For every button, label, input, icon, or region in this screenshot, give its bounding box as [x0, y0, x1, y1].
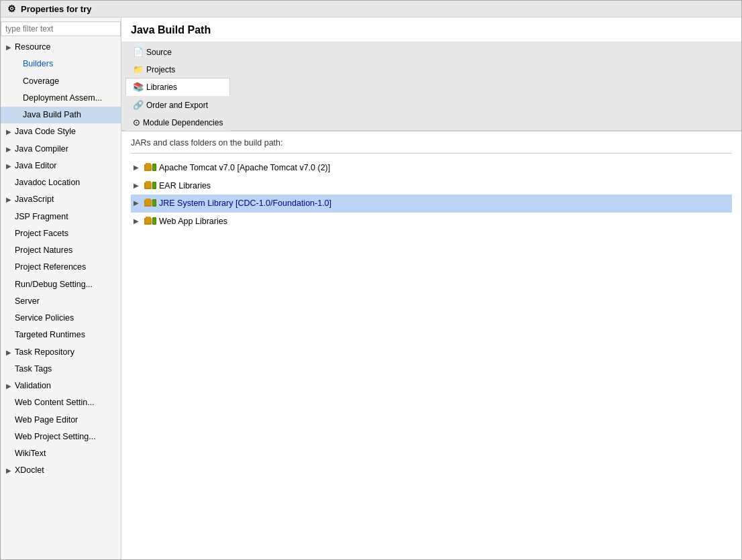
- sidebar-item-label: Java Editor: [15, 159, 57, 173]
- tabs-container: 📄Source📁Projects📚Libraries🔗Order and Exp…: [125, 42, 231, 130]
- tree-item-label: JRE System Library [CDC-1.0/Foundation-1…: [159, 196, 331, 211]
- sidebar-item-label: Task Repository: [15, 345, 74, 359]
- tree-arrow-icon: ▶: [134, 180, 142, 192]
- tree-item-apache-tomcat[interactable]: ▶ Apache Tomcat v7.0 [Apache Tomcat v7.0…: [131, 159, 732, 177]
- gear-icon: ⚙: [6, 3, 17, 14]
- title-bar: ⚙ Properties for try: [1, 1, 741, 17]
- sidebar-item-javadoc-location[interactable]: Javadoc Location: [1, 174, 121, 191]
- jars-label: JARs and class folders on the build path…: [131, 138, 732, 148]
- sidebar-item-java-build-path[interactable]: Java Build Path: [1, 107, 121, 123]
- sidebar-item-builders[interactable]: Builders: [1, 56, 121, 72]
- sidebar-item-project-facets[interactable]: Project Facets: [1, 225, 121, 242]
- svg-rect-5: [146, 181, 151, 188]
- sidebar-item-web-content-settings[interactable]: Web Content Settin...: [1, 394, 121, 411]
- tab-source[interactable]: 📄Source: [125, 43, 230, 60]
- sidebar-item-label: Web Page Editor: [15, 413, 78, 427]
- arrow-icon: ▶: [6, 126, 13, 137]
- sidebar-item-task-repository[interactable]: ▶Task Repository: [1, 344, 121, 361]
- arrow-icon: ▶: [6, 347, 13, 358]
- sidebar-item-label: Deployment Assem...: [23, 91, 102, 105]
- tab-label-module-dependencies: Module Dependencies: [143, 118, 223, 127]
- tree-arrow-icon: ▶: [134, 215, 142, 227]
- tab-icon-source: 📄: [133, 47, 144, 57]
- sidebar-item-label: Project Natures: [15, 243, 72, 258]
- sidebar-item-label: Builders: [23, 57, 53, 71]
- tab-icon-module-dependencies: ⊙: [133, 117, 140, 127]
- tab-label-source: Source: [146, 48, 172, 57]
- svg-rect-9: [146, 199, 151, 205]
- svg-rect-3: [153, 164, 156, 170]
- main-heading: Java Build Path: [121, 17, 741, 42]
- sidebar-item-java-code-style[interactable]: ▶Java Code Style: [1, 123, 121, 140]
- sidebar-item-label: Service Policies: [15, 311, 74, 325]
- sidebar-item-label: XDoclet: [15, 463, 44, 478]
- svg-rect-11: [153, 200, 156, 206]
- tree-item-ear-libraries[interactable]: ▶ EAR Libraries: [131, 177, 732, 195]
- sidebar-item-validation[interactable]: ▶Validation: [1, 378, 121, 394]
- sidebar-item-web-project-settings[interactable]: Web Project Setting...: [1, 429, 121, 445]
- sidebar-item-service-policies[interactable]: Service Policies: [1, 310, 121, 327]
- sidebar-item-java-compiler[interactable]: ▶Java Compiler: [1, 141, 121, 158]
- sidebar-item-project-natures[interactable]: Project Natures: [1, 242, 121, 259]
- library-icon: [144, 180, 156, 191]
- main-panel: Java Build Path 📄Source📁Projects📚Librari…: [121, 17, 741, 559]
- sidebar-item-deployment-assem[interactable]: Deployment Assem...: [1, 90, 121, 107]
- content-area: ▶ResourceBuildersCoverageDeployment Asse…: [1, 17, 741, 559]
- tab-order-export[interactable]: 🔗Order and Export: [125, 96, 230, 113]
- tab-label-libraries: Libraries: [146, 82, 177, 92]
- sidebar-item-label: Resource: [15, 40, 51, 54]
- sidebar-item-label: Project References: [15, 260, 86, 274]
- tab-module-dependencies[interactable]: ⊙Module Dependencies: [125, 113, 230, 131]
- tree-item-label: Apache Tomcat v7.0 [Apache Tomcat v7.0 (…: [159, 160, 330, 176]
- tab-projects[interactable]: 📁Projects: [125, 60, 230, 78]
- sidebar-item-label: Javadoc Location: [15, 176, 80, 190]
- tree-arrow-icon: ▶: [134, 162, 142, 174]
- tab-icon-order-export: 🔗: [133, 100, 144, 110]
- svg-rect-7: [153, 182, 156, 188]
- tree-item-jre-system-library[interactable]: ▶ JRE System Library [CDC-1.0/Foundation…: [131, 194, 732, 213]
- svg-rect-1: [146, 163, 151, 170]
- sidebar-item-xdoclet[interactable]: ▶XDoclet: [1, 462, 121, 479]
- sidebar-item-label: JSP Fragment: [15, 210, 68, 224]
- sidebar-item-server[interactable]: Server: [1, 293, 121, 310]
- sidebar-item-task-tags[interactable]: Task Tags: [1, 361, 121, 378]
- sidebar-item-java-editor[interactable]: ▶Java Editor: [1, 158, 121, 174]
- sidebar-item-label: Server: [15, 294, 40, 309]
- tab-icon-libraries: 📚: [133, 82, 144, 92]
- tree-items-container: ▶ Apache Tomcat v7.0 [Apache Tomcat v7.0…: [131, 159, 732, 230]
- tree-item-label: Web App Libraries: [159, 214, 227, 229]
- sidebar-item-web-page-editor[interactable]: Web Page Editor: [1, 412, 121, 429]
- sidebar-item-label: Java Compiler: [15, 142, 68, 156]
- tree-arrow-icon: ▶: [134, 197, 142, 209]
- sidebar-item-label: Targeted Runtimes: [15, 328, 85, 342]
- sidebar-item-label: Validation: [15, 379, 51, 393]
- tab-libraries[interactable]: 📚Libraries: [125, 78, 230, 96]
- tab-label-projects: Projects: [146, 65, 175, 74]
- tab-icon-projects: 📁: [133, 64, 144, 74]
- sidebar-item-project-references[interactable]: Project References: [1, 259, 121, 276]
- sidebar-item-label: Task Tags: [15, 362, 52, 376]
- arrow-icon: ▶: [6, 465, 13, 476]
- sidebar-item-label: Project Facets: [15, 227, 68, 241]
- sidebar-item-jsp-fragment[interactable]: JSP Fragment: [1, 209, 121, 225]
- svg-rect-15: [153, 218, 156, 224]
- sidebar-item-label: JavaScript: [15, 192, 54, 207]
- tree-item-web-app-libraries[interactable]: ▶ Web App Libraries: [131, 213, 732, 231]
- sidebar-item-label: Coverage: [23, 74, 59, 89]
- tabs-bar: 📄Source📁Projects📚Libraries🔗Order and Exp…: [121, 42, 741, 131]
- svg-rect-13: [146, 217, 151, 223]
- sidebar-item-wikitext[interactable]: WikiText: [1, 445, 121, 462]
- arrow-icon: ▶: [6, 194, 13, 205]
- sidebar-item-targeted-runtimes[interactable]: Targeted Runtimes: [1, 327, 121, 343]
- library-icon: [144, 162, 156, 173]
- tab-content: JARs and class folders on the build path…: [121, 131, 741, 559]
- tab-label-order-export: Order and Export: [146, 101, 208, 110]
- sidebar-item-label: Web Project Setting...: [15, 430, 96, 444]
- sidebar-item-javascript[interactable]: ▶JavaScript: [1, 191, 121, 208]
- sidebar-item-label: WikiText: [15, 447, 46, 461]
- sidebar-item-coverage[interactable]: Coverage: [1, 73, 121, 90]
- filter-input[interactable]: [1, 21, 121, 36]
- sidebar-item-run-debug-settings[interactable]: Run/Debug Setting...: [1, 276, 121, 293]
- properties-window: ⚙ Properties for try ▶ResourceBuildersCo…: [0, 0, 742, 560]
- sidebar-item-resource[interactable]: ▶Resource: [1, 39, 121, 56]
